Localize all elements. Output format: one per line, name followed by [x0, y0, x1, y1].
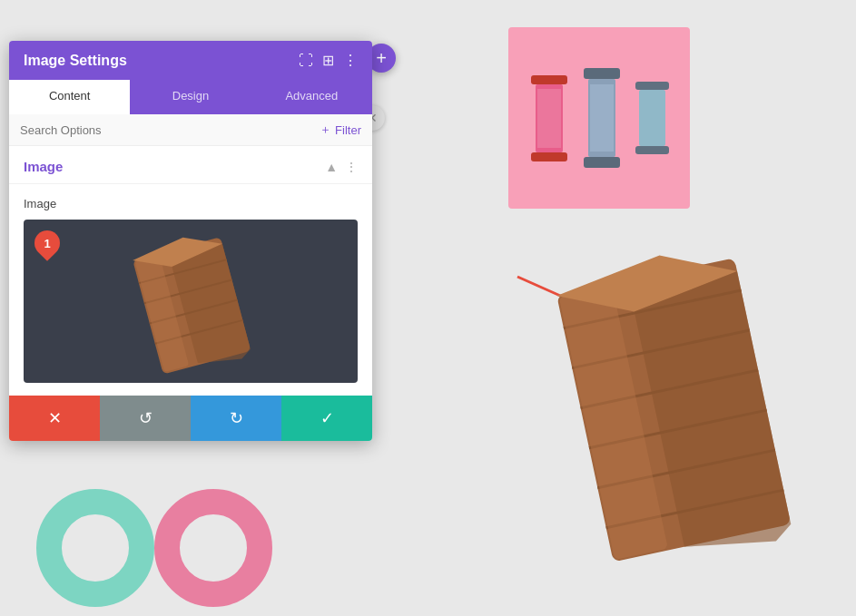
section-menu-icon[interactable]: ⋮	[345, 160, 358, 174]
panel-header: Image Settings ⛶ ⊞ ⋮	[9, 41, 372, 80]
more-options-icon[interactable]: ⋮	[343, 52, 358, 69]
image-field-label: Image	[24, 197, 358, 210]
pink-donut	[154, 489, 272, 607]
filter-button[interactable]: ＋ Filter	[320, 122, 361, 138]
search-bar: ＋ Filter	[9, 114, 372, 146]
chocolate-large-image	[508, 218, 853, 581]
panel-header-icons: ⛶ ⊞ ⋮	[299, 52, 358, 69]
image-settings-panel: Image Settings ⛶ ⊞ ⋮ Content Design Adva…	[9, 41, 372, 441]
collapse-icon[interactable]: ▲	[325, 160, 338, 174]
filter-icon: ＋	[320, 122, 331, 138]
search-input[interactable]	[20, 123, 320, 137]
columns-icon[interactable]: ⊞	[322, 52, 334, 69]
notification-badge: 1	[29, 225, 65, 261]
light-spool	[632, 82, 673, 154]
svg-rect-9	[639, 90, 665, 146]
panel-title: Image Settings	[24, 53, 127, 69]
filter-label: Filter	[335, 123, 361, 137]
pink-spool	[526, 75, 572, 161]
donuts-area	[0, 471, 345, 616]
svg-rect-6	[584, 157, 620, 168]
chocolate-preview-image	[109, 229, 272, 374]
cancel-icon: ✕	[48, 408, 62, 428]
cancel-button[interactable]: ✕	[9, 396, 100, 441]
svg-rect-3	[537, 89, 561, 148]
blue-spool	[579, 68, 625, 168]
redo-icon: ↻	[230, 408, 243, 428]
undo-button[interactable]: ↺	[100, 396, 191, 441]
bottom-toolbar: ✕ ↺ ↻ ✓	[9, 396, 372, 441]
confirm-icon: ✓	[320, 408, 334, 428]
fullscreen-icon[interactable]: ⛶	[299, 53, 313, 69]
svg-rect-7	[590, 84, 614, 152]
teal-donut	[36, 489, 154, 607]
svg-rect-2	[531, 152, 567, 161]
image-section: Image 1	[9, 184, 372, 396]
section-icons: ▲ ⋮	[325, 160, 358, 174]
section-title: Image	[24, 159, 63, 174]
tab-content[interactable]: Content	[9, 80, 130, 114]
badge-number: 1	[44, 237, 50, 250]
panel-tabs: Content Design Advanced	[9, 80, 372, 114]
redo-button[interactable]: ↻	[191, 396, 281, 441]
tab-design[interactable]: Design	[130, 80, 251, 114]
image-preview[interactable]: 1	[24, 220, 358, 383]
svg-rect-0	[531, 75, 567, 84]
svg-rect-4	[584, 68, 620, 79]
confirm-button[interactable]: ✓	[281, 396, 372, 441]
thread-image	[508, 27, 690, 209]
svg-rect-10	[635, 146, 669, 154]
undo-icon: ↺	[139, 408, 153, 428]
svg-rect-8	[635, 82, 669, 90]
section-header: Image ▲ ⋮	[9, 146, 372, 184]
tab-advanced[interactable]: Advanced	[251, 80, 372, 114]
